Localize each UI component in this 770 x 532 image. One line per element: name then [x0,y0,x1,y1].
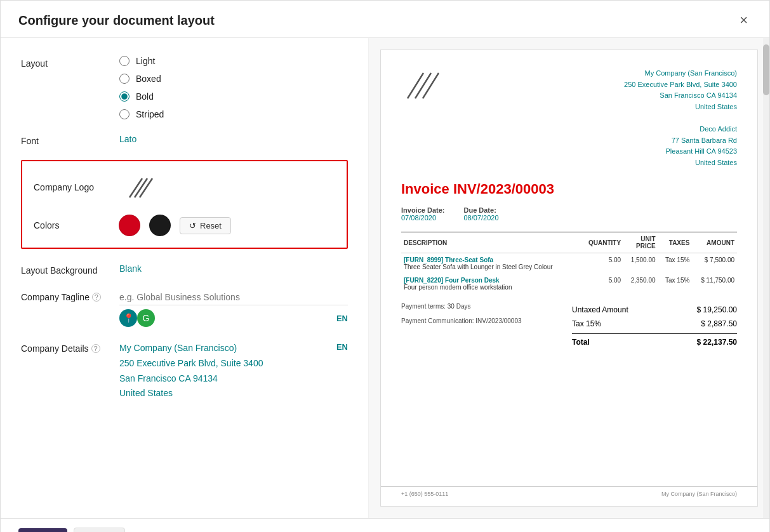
colors-label: Colors [34,220,110,230]
invoice-company-country: United States [695,103,737,110]
col-unit-price: UNITPRICE [623,232,658,253]
layout-radio-boxed[interactable] [119,74,129,84]
due-date-value: 08/07/2020 [463,214,498,222]
reset-colors-button[interactable]: ↺ Reset [180,217,231,234]
total-value: $ 22,137.50 [697,338,737,347]
payment-communication: Payment Communication: INV/2023/00003 [401,317,559,324]
scrollbar-track[interactable] [763,38,769,518]
company-logo-row: Company Logo [34,171,335,203]
configure-dialog: Configure your document layout × Layout … [0,0,770,532]
tagline-lang-badge: EN [336,314,348,323]
company-details-label-wrapper: Company Details ? [21,341,119,354]
secondary-color-swatch[interactable] [149,215,171,236]
layout-background-row: Layout Background Blank [21,263,348,276]
layout-option-light[interactable]: Light [119,56,348,66]
company-tagline-input[interactable] [119,289,348,305]
reset-label: Reset [200,221,222,230]
close-button[interactable]: × [736,12,752,29]
invoice-client-name: Deco Addict [700,125,737,133]
col-quantity: QUANTITY [580,232,624,253]
dialog-footer: Save Cancel [1,518,769,532]
layout-label-light: Light [136,56,155,66]
svg-line-5 [423,73,439,98]
layout-option-bold[interactable]: Bold [119,91,348,102]
tax-row: Tax 15% $ 2,887.50 [572,317,737,331]
right-panel: My Company (San Francisco) 250 Executive… [369,38,769,518]
font-label: Font [21,133,119,146]
invoice-date-value: 07/08/2020 [401,214,436,222]
table-row: [FURN_8999] Three-Seat Sofa Three Seater… [401,253,737,274]
company-tagline-row: Company Tagline ? 📍 G EN [21,289,348,327]
col-amount: AMOUNT [692,232,737,253]
company-details-row: Company Details ? My Company (San Franci… [21,341,348,401]
company-tagline-label-wrapper: Company Tagline ? [21,289,119,302]
row1-product-name: [FURN_8999] Three-Seat Sofa [404,256,493,263]
layout-option-striped[interactable]: Striped [119,109,348,119]
payment-info-section: Payment terms: 30 Days Payment Communica… [401,303,559,349]
invoice-footer-company: My Company (San Francisco) [661,491,737,497]
tagline-icon-btn-1[interactable]: 📍 [119,309,137,327]
invoice-client-address: 77 Santa Barbara Rd [672,136,737,144]
left-panel: Layout Light Boxed Bold [1,38,369,518]
row1-quantity: 5.00 [580,253,624,274]
company-logo-image[interactable] [121,171,159,203]
svg-line-4 [415,73,431,98]
layout-radio-light[interactable] [119,56,129,66]
company-details-line3: San Francisco CA 94134 [119,373,218,383]
total-row: Total $ 22,137.50 [572,333,737,349]
row2-description: [FURN_8220] Four Person Desk Four person… [401,274,580,294]
font-row: Font Lato [21,133,348,146]
row2-product-name: [FURN_8220] Four Person Desk [404,277,500,284]
company-logo-svg [123,173,158,202]
table-row: [FURN_8220] Four Person Desk Four person… [401,274,737,294]
invoice-title: Invoice INV/2023/00003 [401,181,737,197]
due-date-block: Due Date: 08/07/2020 [463,206,498,222]
company-details-line4: United States [119,388,173,398]
tagline-help-icon[interactable]: ? [92,293,101,302]
grammarly-icon: G [143,313,150,323]
invoice-date-block: Invoice Date: 07/08/2020 [401,206,444,222]
invoice-company-address: 250 Executive Park Blvd, Suite 3400 [624,81,737,88]
layout-label: Layout [21,56,119,69]
untaxed-row: Untaxed Amount $ 19,250.00 [572,303,737,317]
location-pin-icon: 📍 [123,313,134,323]
company-details-label: Company Details [21,343,89,354]
row1-taxes: Tax 15% [658,253,693,274]
company-details-line2: 250 Executive Park Blvd, Suite 3400 [119,358,263,368]
invoice-bottom-area: Payment terms: 30 Days Payment Communica… [401,303,737,349]
layout-background-label: Layout Background [21,263,119,276]
colors-row: Colors ↺ Reset [34,215,335,236]
row2-product-desc: Four person modern office workstation [404,284,512,291]
layout-option-boxed[interactable]: Boxed [119,74,348,84]
company-logo-label: Company Logo [34,182,110,192]
scrollbar-thumb[interactable] [763,44,769,95]
untaxed-label: Untaxed Amount [572,305,628,314]
layout-radio-bold[interactable] [119,91,129,102]
company-details-line1: My Company (San Francisco) [119,343,237,353]
layout-radio-striped[interactable] [119,109,129,119]
company-details-value: My Company (San Francisco) 250 Executive… [119,341,330,401]
invoice-client-country: United States [695,159,737,166]
invoice-date-label: Invoice Date: [401,206,444,214]
cancel-button[interactable]: Cancel [74,528,126,532]
layout-options: Light Boxed Bold Striped [119,56,348,119]
svg-line-3 [408,73,423,98]
primary-color-swatch[interactable] [119,215,140,236]
col-taxes: TAXES [658,232,693,253]
highlight-box: Company Logo Colors ↺ [21,160,348,249]
invoice-dates: Invoice Date: 07/08/2020 Due Date: 08/07… [401,206,737,222]
dialog-header: Configure your document layout × [1,1,769,38]
payment-terms: Payment terms: 30 Days [401,303,559,310]
dialog-title: Configure your document layout [18,13,215,28]
layout-label-bold: Bold [136,91,154,102]
invoice-footer: +1 (650) 555-0111 My Company (San Franci… [381,486,757,497]
details-help-icon[interactable]: ? [91,344,100,353]
save-button[interactable]: Save [18,528,67,532]
row2-taxes: Tax 15% [658,274,693,294]
invoice-preview: My Company (San Francisco) 250 Executive… [380,50,758,507]
invoice-company-city: San Francisco CA 94134 [660,91,737,99]
tagline-icon-btn-2[interactable]: G [137,309,155,327]
company-details-lang: EN [336,342,348,352]
layout-background-value: Blank [119,261,142,274]
row2-amount: $ 11,750.00 [692,274,737,294]
